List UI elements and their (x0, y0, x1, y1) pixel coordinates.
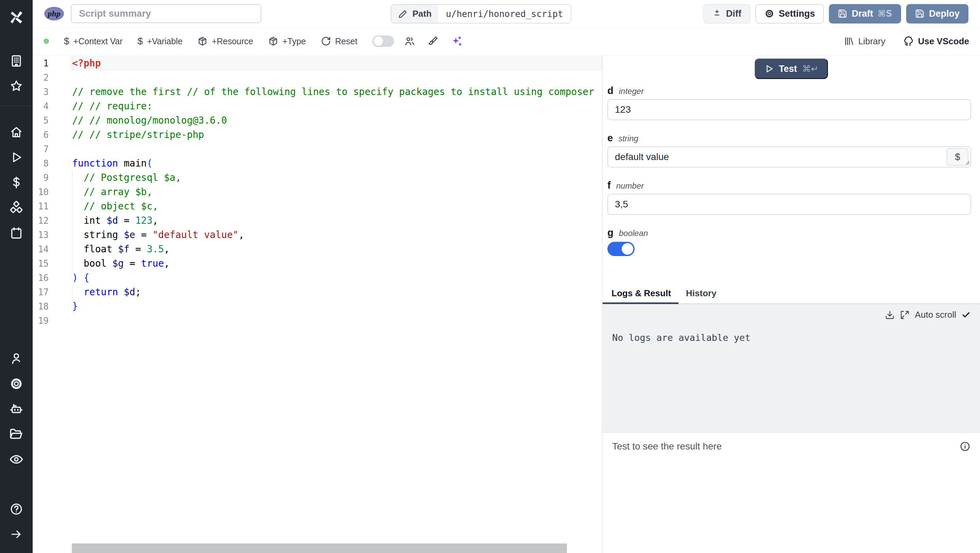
format-button[interactable] (427, 36, 438, 47)
deploy-button[interactable]: Deploy (906, 4, 969, 24)
package-icon (268, 36, 278, 46)
reset-button[interactable]: Reset (321, 36, 357, 46)
gear-icon (9, 377, 24, 391)
sidebar-item-runs[interactable] (0, 145, 33, 170)
tab-logs-result[interactable]: Logs & Result (603, 284, 679, 303)
code-line[interactable]: return $d; (70, 285, 602, 299)
sidebar (0, 0, 33, 553)
code-line[interactable]: // array $b, (70, 185, 602, 199)
sidebar-item-variables[interactable] (0, 170, 33, 195)
field-input-d[interactable] (608, 99, 971, 120)
dollar-icon: $ (137, 36, 143, 47)
code-line[interactable] (70, 314, 602, 328)
schema-field-e: estring$ (608, 132, 971, 167)
resize-handle[interactable] (964, 159, 970, 167)
library-button[interactable]: Library (844, 36, 885, 47)
sidebar-item-favorites[interactable] (0, 73, 33, 99)
script-path[interactable]: Path u/henri/honored_script (391, 4, 571, 24)
sidebar-item-workers[interactable] (0, 396, 33, 422)
code-line[interactable]: float $f = 3.5, (70, 242, 602, 257)
field-type: integer (619, 86, 644, 96)
code-editor[interactable]: 12345678910111213141516171819 <?php // r… (33, 55, 602, 553)
sidebar-item-workspace[interactable] (0, 48, 33, 73)
line-number: 4 (33, 99, 49, 113)
code-line[interactable]: // // monolog/monolog@3.6.0 (70, 113, 602, 128)
field-input-e[interactable] (608, 147, 971, 167)
draft-button[interactable]: Draft ⌘S (829, 4, 901, 24)
editor-code[interactable]: <?php // remove the first // of the foll… (70, 56, 602, 553)
status-dot (43, 38, 49, 44)
code-line[interactable]: string $e = "default value", (70, 228, 602, 242)
php-language-badge: php (44, 7, 64, 21)
pencil-icon (398, 9, 408, 19)
toolbar-right: Library Use VScode (844, 36, 969, 47)
expand-icon[interactable] (900, 310, 910, 320)
code-line[interactable]: // Postgresql $a, (70, 171, 602, 185)
octocat-icon (903, 36, 914, 47)
diff-button[interactable]: Diff (703, 4, 750, 24)
sidebar-item-user[interactable] (0, 346, 33, 371)
code-line[interactable]: int $d = 123, (70, 214, 602, 228)
code-line[interactable] (70, 70, 602, 85)
diff-label: Diff (726, 8, 741, 19)
toggle-knob (374, 37, 383, 46)
collaborators-button[interactable] (404, 36, 415, 47)
save-icon (915, 9, 924, 18)
test-button[interactable]: Test ⌘↵ (755, 59, 828, 79)
info-icon[interactable] (959, 441, 970, 452)
code-line[interactable]: function main( (70, 156, 602, 171)
download-icon[interactable] (885, 310, 894, 320)
code-line[interactable]: ) { (70, 271, 602, 285)
sidebar-item-schedules[interactable] (0, 220, 33, 245)
toolbar-toggle[interactable] (372, 35, 394, 47)
code-line[interactable]: // // require: (70, 99, 602, 113)
sidebar-item-resources[interactable] (0, 195, 33, 220)
code-line[interactable]: // // stripe/stripe-php (70, 128, 602, 142)
line-number: 11 (33, 199, 49, 214)
result-tabs: Logs & Result History (603, 284, 980, 304)
add-resource-button[interactable]: +Resource (197, 36, 253, 46)
windmill-logo-icon[interactable] (0, 5, 33, 29)
field-type: string (618, 134, 638, 143)
sidebar-item-help[interactable] (0, 496, 33, 522)
toggle-knob (622, 243, 633, 255)
script-summary-input[interactable] (71, 4, 261, 23)
code-line[interactable]: <?php (70, 56, 602, 70)
code-line[interactable]: // object $c, (70, 199, 602, 214)
field-label: gboolean (608, 227, 971, 238)
tab-history[interactable]: History (679, 284, 724, 303)
code-line[interactable] (70, 142, 602, 156)
sidebar-item-home[interactable] (0, 120, 33, 145)
line-number: 6 (33, 128, 49, 142)
draft-shortcut: ⌘S (878, 8, 892, 19)
code-line[interactable]: bool $g = true, (70, 257, 602, 271)
sidebar-item-expand[interactable] (0, 522, 33, 547)
line-number: 19 (33, 314, 49, 328)
add-context-var-button[interactable]: $ +Context Var (64, 36, 123, 47)
code-line[interactable]: // remove the first // of the following … (70, 85, 602, 99)
paintbrush-icon (427, 36, 438, 47)
help-circle-icon (10, 502, 23, 516)
auto-scroll-label[interactable]: Auto scroll (915, 309, 956, 320)
diff-icon (712, 9, 722, 18)
field-label: fnumber (608, 180, 971, 191)
use-vscode-button[interactable]: Use VScode (903, 36, 969, 47)
add-type-button[interactable]: +Type (268, 36, 306, 46)
app: php Path u/henri/honored_script Diff (0, 0, 980, 553)
building-icon (10, 54, 23, 68)
settings-button[interactable]: Settings (756, 4, 824, 24)
code-line[interactable]: } (70, 299, 602, 314)
field-input-f[interactable] (608, 194, 971, 215)
sidebar-item-folders[interactable] (0, 422, 33, 447)
add-variable-button[interactable]: $ +Variable (137, 36, 182, 47)
sidebar-item-audit-logs[interactable] (0, 447, 33, 472)
type-label: +Type (282, 37, 306, 46)
ai-assistant-button[interactable] (450, 35, 462, 47)
check-icon[interactable] (962, 311, 970, 319)
line-number: 8 (33, 156, 49, 171)
robot-icon (9, 402, 24, 416)
horizontal-scrollbar[interactable] (72, 543, 567, 553)
sidebar-item-settings[interactable] (0, 371, 33, 396)
boolean-toggle[interactable] (608, 242, 635, 256)
use-vscode-label: Use VScode (918, 36, 969, 47)
